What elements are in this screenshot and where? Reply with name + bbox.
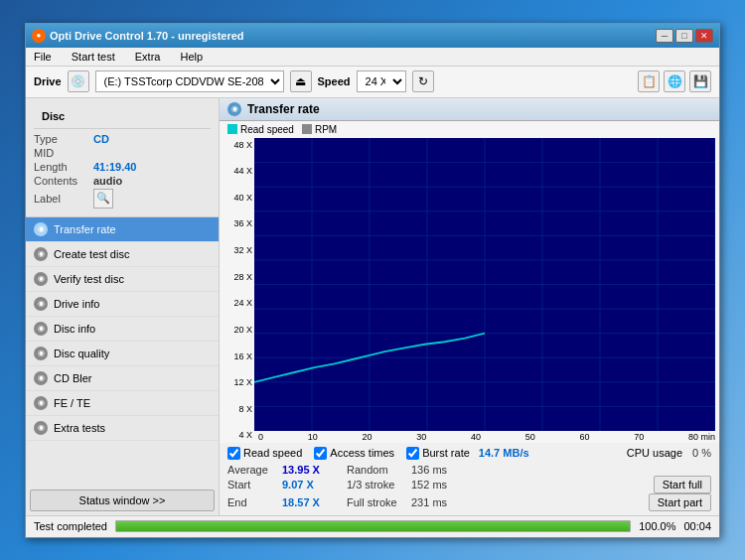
nav-icon-transfer-rate: ◉	[34, 222, 48, 236]
x-label-80-min: 80 min	[688, 432, 715, 442]
cb-access-times-input[interactable]	[314, 447, 327, 460]
minimize-button[interactable]: ─	[656, 29, 673, 43]
random-value: 136 ms	[411, 464, 476, 476]
share-button[interactable]: 🌐	[664, 70, 685, 92]
x-label-20: 20	[362, 432, 372, 442]
x-label-10: 10	[308, 432, 318, 442]
drive-icon-btn[interactable]: 💿	[68, 70, 89, 92]
y-label-24: 24 X	[220, 298, 252, 308]
x-axis: 0 10 20 30 40 50 60 70 80 min	[254, 431, 719, 443]
disc-length-row: Length 41:19.40	[34, 161, 211, 173]
fullstroke-label: Full stroke	[347, 496, 411, 508]
nav-transfer-rate[interactable]: ◉ Transfer rate	[26, 217, 219, 242]
nav-icon-drive-info: ◉	[34, 297, 48, 311]
disc-label-label: Label	[34, 193, 93, 205]
refresh-button[interactable]: ↻	[412, 70, 434, 92]
nav-verify-test-disc[interactable]: ◉ Verify test disc	[26, 267, 219, 292]
chart-svg	[254, 138, 715, 431]
nav-disc-info[interactable]: ◉ Disc info	[26, 317, 219, 342]
chart-canvas	[254, 138, 715, 431]
burst-rate-value: 14.7 MB/s	[479, 447, 529, 459]
progress-bar-fill	[116, 521, 630, 531]
app-icon: ●	[32, 29, 46, 43]
random-label: Random	[347, 464, 411, 476]
cb-burst-rate: Burst rate 14.7 MB/s	[406, 447, 528, 460]
save-button[interactable]: 💾	[689, 70, 711, 92]
y-label-48: 48 X	[220, 140, 252, 150]
x-label-60: 60	[579, 432, 589, 442]
nav-icon-create-test-disc: ◉	[34, 247, 48, 261]
nav-drive-info[interactable]: ◉ Drive info	[26, 292, 219, 317]
fullstroke-value: 231 ms	[411, 496, 476, 508]
cb-burst-rate-input[interactable]	[406, 447, 419, 460]
close-button[interactable]: ✕	[695, 29, 713, 43]
stats-start-row: Start 9.07 X 1/3 stroke 152 ms Start ful…	[227, 476, 711, 493]
nav-icon-disc-quality: ◉	[34, 347, 48, 360]
menubar: File Start test Extra Help	[26, 48, 719, 67]
disc-length-value: 41:19.40	[93, 161, 136, 173]
stats-end-row: End 18.57 X Full stroke 231 ms Start par…	[227, 493, 711, 511]
y-label-16: 16 X	[220, 351, 252, 361]
main-window: ● Opti Drive Control 1.70 - unregistered…	[25, 23, 720, 538]
menu-start-test[interactable]: Start test	[68, 50, 119, 64]
chart-legend: Read speed RPM	[220, 121, 719, 138]
legend-read-speed-label: Read speed	[240, 124, 294, 135]
speed-select[interactable]: 24 X	[357, 70, 406, 92]
y-axis: 48 X 44 X 40 X 36 X 32 X 28 X 24 X 20 X …	[220, 138, 254, 443]
disc-type-label: Type	[34, 133, 93, 145]
title-buttons: ─ □ ✕	[656, 29, 713, 43]
disc-contents-label: Contents	[34, 175, 93, 187]
disc-type-value: CD	[93, 133, 109, 145]
menu-help[interactable]: Help	[176, 50, 207, 64]
nav-label-transfer-rate: Transfer rate	[54, 223, 116, 235]
eject-button[interactable]: ⏏	[290, 70, 312, 92]
nav-disc-quality[interactable]: ◉ Disc quality	[26, 342, 219, 366]
menu-extra[interactable]: Extra	[131, 50, 165, 64]
copy-button[interactable]: 📋	[638, 70, 660, 92]
nav-label-disc-info: Disc info	[54, 323, 95, 335]
avg-value: 13.95 X	[282, 464, 347, 476]
start-full-button[interactable]: Start full	[654, 476, 711, 493]
legend-rpm-color	[302, 124, 312, 134]
drive-select[interactable]: (E:) TSSTcorp CDDVDW SE-208GB TS00	[95, 70, 284, 92]
nav-create-test-disc[interactable]: ◉ Create test disc	[26, 242, 219, 267]
checkbox-row: Read speed Access times Burst rate 14.7 …	[227, 447, 711, 460]
toolbar: Drive 💿 (E:) TSSTcorp CDDVDW SE-208GB TS…	[26, 67, 719, 98]
status-time: 00:04	[683, 520, 711, 532]
disc-info-panel: Disc Type CD MID Length 41:19.40 Content…	[26, 98, 219, 217]
cb-access-times: Access times	[314, 447, 394, 460]
end-label: End	[227, 496, 282, 508]
main-content: Disc Type CD MID Length 41:19.40 Content…	[26, 98, 719, 515]
menu-file[interactable]: File	[30, 50, 56, 64]
maximize-button[interactable]: □	[675, 29, 693, 43]
y-label-20: 20 X	[220, 325, 252, 335]
cb-read-speed: Read speed	[227, 447, 302, 460]
nav-cd-bler[interactable]: ◉ CD Bler	[26, 366, 219, 391]
x-label-0: 0	[258, 432, 263, 442]
cb-burst-rate-label: Burst rate	[422, 447, 470, 459]
title-bar-left: ● Opti Drive Control 1.70 - unregistered	[32, 29, 244, 43]
nav-label-extra-tests: Extra tests	[54, 422, 105, 434]
disc-label-row: Label 🔍	[34, 189, 211, 209]
y-label-28: 28 X	[220, 272, 252, 282]
x-label-70: 70	[634, 432, 644, 442]
disc-length-label: Length	[34, 161, 93, 173]
stroke13-label: 1/3 stroke	[347, 479, 411, 490]
legend-read-speed: Read speed	[227, 124, 294, 135]
nav-fe-te[interactable]: ◉ FE / TE	[26, 391, 219, 416]
start-part-button[interactable]: Start part	[649, 493, 711, 511]
y-label-44: 44 X	[220, 166, 252, 176]
disc-type-row: Type CD	[34, 133, 211, 145]
speed-label: Speed	[318, 75, 351, 87]
cb-read-speed-input[interactable]	[227, 447, 240, 460]
nav-icon-extra-tests: ◉	[34, 421, 48, 435]
title-bar: ● Opti Drive Control 1.70 - unregistered…	[26, 24, 719, 48]
chart-header-icon: ◉	[227, 102, 241, 116]
y-label-36: 36 X	[220, 218, 252, 228]
status-window-button[interactable]: Status window >>	[30, 490, 215, 511]
cb-access-times-label: Access times	[330, 447, 394, 459]
legend-rpm: RPM	[302, 124, 337, 135]
nav-extra-tests[interactable]: ◉ Extra tests	[26, 416, 219, 441]
disc-mid-row: MID	[34, 147, 211, 159]
label-icon-button[interactable]: 🔍	[93, 189, 113, 209]
